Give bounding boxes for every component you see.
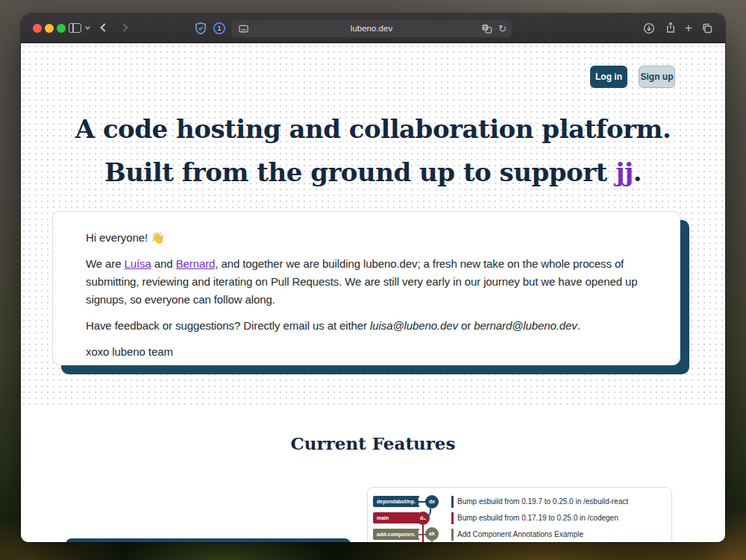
desktop-wallpaper: 1 lubeno.dev 文 ↻ + xyxy=(0,0,746,560)
commit-message: Add Component Annotations Example xyxy=(457,529,583,541)
login-button[interactable]: Log in xyxy=(590,66,627,88)
browser-toolbar: 1 lubeno.dev 文 ↻ + xyxy=(21,13,725,43)
translate-icon[interactable]: 文 xyxy=(481,23,492,34)
arrow-left-icon xyxy=(414,499,419,505)
intro-paragraph-1: We are Luísa and Bernard, and together w… xyxy=(86,255,647,309)
graph-vline-add-components xyxy=(431,541,433,542)
hero-title: A code hosting and collaboration platfor… xyxy=(21,107,725,194)
commit-bar xyxy=(451,529,454,541)
git-graph-card: dependabot/np… main add-componen… de de … xyxy=(367,487,672,542)
commit-message: Bump esbuild from 0.17.19 to 0.25.0 in /… xyxy=(457,512,618,524)
zoom-button[interactable] xyxy=(57,24,66,33)
forward-icon[interactable] xyxy=(119,23,128,31)
commit-bar xyxy=(451,512,454,524)
luisa-email: luisa@lubeno.dev xyxy=(370,319,458,332)
browser-window: 1 lubeno.dev 文 ↻ + xyxy=(21,13,725,542)
branch-label-dependabot: dependabot/np… xyxy=(373,496,420,507)
commit-node-ak-olive: ak xyxy=(425,527,439,541)
branch-label-add-components: add-componen… xyxy=(373,529,420,540)
intro-paragraph-2: Have feedback or suggestions? Directly e… xyxy=(86,317,647,335)
webpage: Log in Sign up A code hosting and collab… xyxy=(21,43,725,542)
hero-title-line1: A code hosting and collaboration platfor… xyxy=(21,107,725,151)
jj-highlight: jj xyxy=(615,157,633,187)
arrow-left-icon xyxy=(414,532,419,538)
onepassword-extension-icon[interactable]: 1 xyxy=(213,22,226,35)
chevron-down-icon[interactable] xyxy=(85,25,90,30)
new-tab-icon[interactable]: + xyxy=(685,23,692,34)
shield-check-icon[interactable] xyxy=(194,22,207,35)
intro-signoff: xoxo lubeno team xyxy=(86,343,647,361)
commit-bar xyxy=(451,496,454,508)
onepassword-badge: 1 xyxy=(217,25,221,32)
graph-vline-main xyxy=(422,525,424,542)
svg-text:文: 文 xyxy=(483,25,487,30)
intro-card: Hi everyone! 👋 We are Luísa and Bernard,… xyxy=(52,211,680,365)
sidebar-toggle-icon[interactable] xyxy=(69,23,81,33)
address-bar[interactable]: lubeno.dev 文 ↻ xyxy=(231,20,512,37)
luisa-link[interactable]: Luísa xyxy=(125,257,151,270)
next-feature-card-edge xyxy=(66,538,351,542)
commit-message: Bump esbuild from 0.19.7 to 0.25.0 in /e… xyxy=(457,496,628,508)
commit-node-de-navy: de xyxy=(425,495,439,509)
website-settings-icon[interactable] xyxy=(238,23,249,34)
bernard-link[interactable]: Bernard xyxy=(176,257,216,270)
tab-overview-icon[interactable] xyxy=(701,22,713,34)
share-icon[interactable] xyxy=(665,22,677,34)
features-heading: Current Features xyxy=(21,433,725,453)
reload-icon[interactable]: ↻ xyxy=(498,20,507,37)
signup-button[interactable]: Sign up xyxy=(639,66,675,88)
close-button[interactable] xyxy=(33,24,42,33)
hero-title-line2: Built from the ground up to support jj. xyxy=(21,151,725,194)
bernard-email: bernard@lubeno.dev xyxy=(474,319,577,332)
url-text: lubeno.dev xyxy=(351,24,392,33)
graph-curve-connector xyxy=(423,509,431,518)
back-icon[interactable] xyxy=(100,23,108,31)
minimize-button[interactable] xyxy=(45,24,54,33)
intro-greeting: Hi everyone! 👋 xyxy=(86,229,647,247)
downloads-icon[interactable] xyxy=(643,22,655,34)
